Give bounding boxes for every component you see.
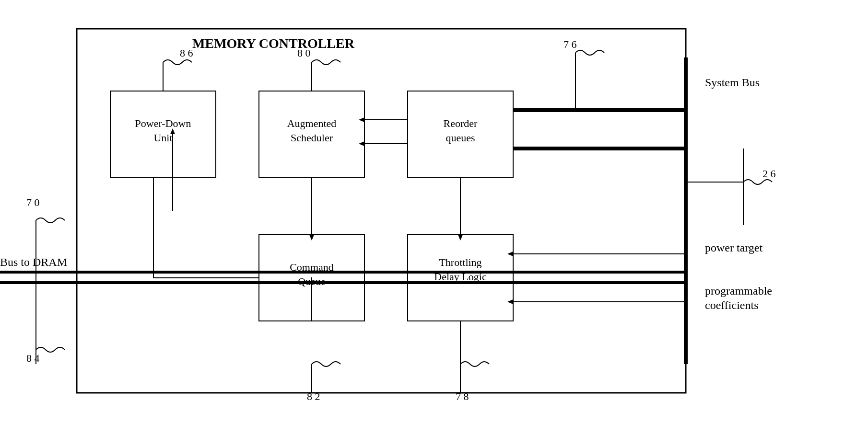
label-84: 8 4 — [26, 352, 40, 364]
svg-marker-29 — [507, 299, 513, 304]
svg-marker-16 — [458, 235, 463, 240]
reorder-queues-label: Reorder — [444, 117, 478, 129]
system-bus-label: System Bus — [705, 76, 760, 89]
svg-marker-10 — [359, 117, 364, 122]
throttling-delay-label: Throttling — [439, 256, 481, 268]
diagram-container: MEMORY CONTROLLER Power-Down Unit Augmen… — [0, 0, 868, 423]
svg-rect-0 — [77, 29, 686, 393]
label-70: 7 0 — [26, 196, 40, 208]
augmented-scheduler-label2: Scheduler — [291, 132, 333, 144]
svg-marker-14 — [309, 235, 314, 240]
label-78: 7 8 — [456, 390, 469, 402]
programmable-coefficients-label: programmable — [705, 285, 772, 297]
label-82: 8 2 — [307, 390, 320, 402]
label-76: 7 6 — [563, 38, 577, 50]
programmable-coefficients-label2: coefficients — [705, 299, 759, 311]
power-down-label2: Unit — [153, 132, 172, 144]
label-86: 8 6 — [180, 47, 193, 59]
reorder-queues-label2: queues — [446, 132, 475, 144]
label-80: 8 0 — [297, 47, 311, 59]
bus-to-dram-label: Bus to DRAM — [0, 256, 67, 268]
memory-controller-title: MEMORY CONTROLLER — [192, 36, 355, 51]
power-down-label: Power-Down — [135, 117, 191, 129]
svg-marker-12 — [359, 141, 364, 146]
label-26: 2 6 — [762, 168, 776, 180]
power-target-label: power target — [705, 241, 763, 254]
augmented-scheduler-label: Augmented — [287, 117, 337, 129]
svg-marker-27 — [507, 252, 513, 256]
